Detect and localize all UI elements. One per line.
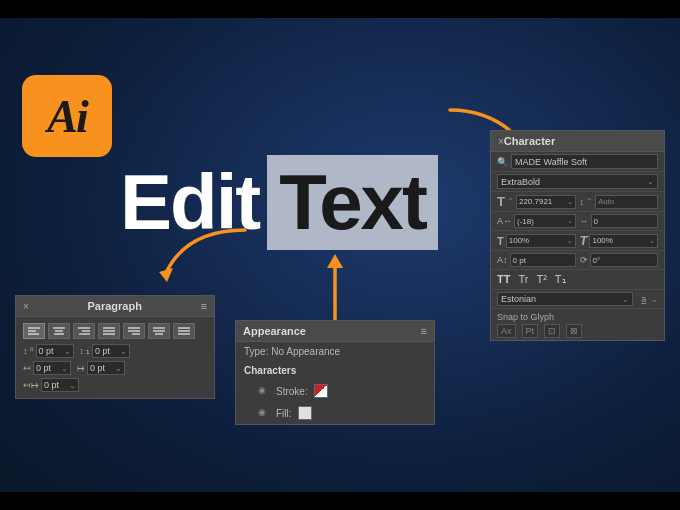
alignment-row	[23, 323, 207, 339]
first-line-indent-field[interactable]: 0 pt ⌄	[41, 378, 79, 392]
space-before-icon: ↕	[23, 346, 28, 356]
space-after-icon: ↕	[80, 346, 85, 356]
type-label: Type: No Appearance	[244, 346, 340, 357]
stroke-color-swatch[interactable]	[314, 384, 328, 398]
align-justify-center-btn[interactable]	[148, 323, 170, 339]
align-center-btn[interactable]	[48, 323, 70, 339]
tt-button[interactable]: TT	[497, 273, 510, 286]
spacing-row-1: ↕ ⁰ 0 pt ⌄ ↕ ₁ 0 pt ⌄	[23, 344, 207, 358]
indent-left-icon: ↤	[23, 363, 31, 373]
leading-col: ↕ ⌃ Auto	[580, 194, 659, 209]
space-after-arrow: ₁	[86, 346, 90, 356]
t2-button[interactable]: T²	[536, 273, 546, 286]
space-after-field[interactable]: 0 pt ⌄	[92, 344, 130, 358]
anti-alias-dropdown[interactable]: ⌄	[651, 295, 658, 304]
baseline-icon: A↕	[497, 255, 508, 265]
baseline-col: A↕ 0 pt	[497, 253, 576, 267]
font-search-field[interactable]: MADE Waffle Soft	[511, 154, 658, 169]
align-right-btn[interactable]	[73, 323, 95, 339]
character-panel-header: × Character	[491, 131, 664, 152]
style-buttons-row: TT Tr T² T₁	[491, 270, 664, 290]
tr-button[interactable]: Tr	[518, 273, 528, 286]
indent-row-1: ↤ 0 pt ⌄ ↦ 0 pt ⌄	[23, 361, 207, 375]
h-scale-col: T 100% ⌄	[497, 233, 576, 248]
leading-field[interactable]: Auto	[595, 195, 658, 209]
indent-right-field[interactable]: 0 pt ⌄	[87, 361, 125, 375]
characters-row: Characters	[236, 361, 434, 380]
ai-logo: Ai	[22, 75, 112, 157]
leading-icon: ↕	[580, 197, 585, 207]
bottom-bar	[0, 492, 680, 510]
language-field[interactable]: Estonian ⌄	[497, 292, 633, 306]
baseline-field[interactable]: 0 pt	[510, 253, 576, 267]
stroke-eye-icon[interactable]: ◉	[258, 385, 270, 397]
snap-to-glyph-label: Snap to Glyph	[497, 312, 658, 322]
v-scale-col: T 100% ⌄	[580, 233, 659, 248]
align-justify-btn[interactable]	[98, 323, 120, 339]
baseline-row: A↕ 0 pt ⟳ 0°	[491, 251, 664, 270]
appearance-panel: Appearance ≡ Type: No Appearance Charact…	[235, 320, 435, 425]
v-scale-icon: T	[580, 233, 588, 248]
font-size-col: T ⌃ 220.7921 ⌄	[497, 194, 576, 209]
appearance-menu-icon[interactable]: ≡	[421, 325, 427, 337]
type-row: Type: No Appearance	[236, 342, 434, 361]
space-before-group: ↕ ⁰ 0 pt ⌄	[23, 344, 74, 358]
kerning-tracking-row: A↔ (-18) ⌄ ↔ 0	[491, 212, 664, 231]
font-size-icon: T	[497, 194, 505, 209]
space-before-arrow: ⁰	[30, 346, 34, 356]
kerning-col: A↔ (-18) ⌄	[497, 214, 576, 228]
character-panel-title: Character	[504, 135, 555, 147]
space-before-field[interactable]: 0 pt ⌄	[36, 344, 74, 358]
arrow-to-paragraph	[145, 220, 255, 290]
anti-alias-value: a̲	[641, 294, 647, 304]
snap-box1-btn[interactable]: ⊡	[544, 324, 560, 338]
title-text: Text	[279, 158, 426, 246]
rotation-field[interactable]: 0°	[590, 253, 659, 267]
top-bar	[0, 0, 680, 18]
h-scale-icon: T	[497, 235, 504, 247]
fill-color-swatch[interactable]	[298, 406, 312, 420]
snap-icons-row: Ax Pt ⊡ ⊠	[497, 324, 658, 338]
kerning-icon: A↔	[497, 216, 512, 226]
snap-ax-btn[interactable]: Ax	[497, 324, 516, 338]
font-search-row: 🔍 MADE Waffle Soft	[491, 152, 664, 172]
font-style-value: ExtraBold	[501, 177, 540, 187]
font-search-icon: 🔍	[497, 157, 508, 167]
v-scale-field[interactable]: 100% ⌄	[589, 234, 658, 248]
appearance-content: Type: No Appearance Characters ◉ Stroke:…	[236, 342, 434, 424]
h-scale-field[interactable]: 100% ⌄	[506, 234, 576, 248]
tracking-icon: ↔	[580, 216, 589, 226]
character-panel: × Character 🔍 MADE Waffle Soft ExtraBold…	[490, 130, 665, 341]
paragraph-menu-icon[interactable]: ≡	[201, 300, 207, 312]
align-justify-all-btn[interactable]	[173, 323, 195, 339]
first-line-indent-icon: ↤↦	[23, 380, 39, 390]
characters-label: Characters	[244, 365, 296, 376]
paragraph-panel-header: × Paragraph ≡	[16, 296, 214, 317]
font-name: MADE Waffle Soft	[515, 157, 587, 167]
snap-box2-btn[interactable]: ⊠	[566, 324, 582, 338]
font-style-field[interactable]: ExtraBold ⌄	[497, 174, 658, 189]
align-justify-right-btn[interactable]	[123, 323, 145, 339]
font-size-field[interactable]: 220.7921 ⌄	[516, 195, 576, 209]
snap-pt-btn[interactable]: Pt	[522, 324, 539, 338]
rotation-col: ⟳ 0°	[580, 253, 659, 267]
stroke-row: ◉ Stroke:	[236, 380, 434, 402]
tracking-field[interactable]: 0	[591, 214, 659, 228]
paragraph-panel-content: ↕ ⁰ 0 pt ⌄ ↕ ₁ 0 pt ⌄ ↤ 0 pt	[16, 317, 214, 398]
indent-row-2: ↤↦ 0 pt ⌄	[23, 378, 207, 392]
indent-left-group: ↤ 0 pt ⌄	[23, 361, 71, 375]
appearance-panel-title: Appearance	[243, 325, 306, 337]
scale-row: T 100% ⌄ T 100% ⌄	[491, 231, 664, 251]
language-row: Estonian ⌄ a̲ ⌄	[491, 290, 664, 309]
svg-marker-0	[159, 268, 173, 282]
t1-button[interactable]: T₁	[555, 273, 566, 286]
rotation-icon: ⟳	[580, 255, 588, 265]
indent-right-group: ↦ 0 pt ⌄	[77, 361, 125, 375]
paragraph-panel: × Paragraph ≡	[15, 295, 215, 399]
paragraph-close-icon[interactable]: ×	[23, 301, 29, 312]
fill-eye-icon[interactable]: ◉	[258, 407, 270, 419]
indent-left-field[interactable]: 0 pt ⌄	[33, 361, 71, 375]
kerning-field[interactable]: (-18) ⌄	[514, 214, 575, 228]
align-left-btn[interactable]	[23, 323, 45, 339]
fill-label: Fill:	[276, 408, 292, 419]
